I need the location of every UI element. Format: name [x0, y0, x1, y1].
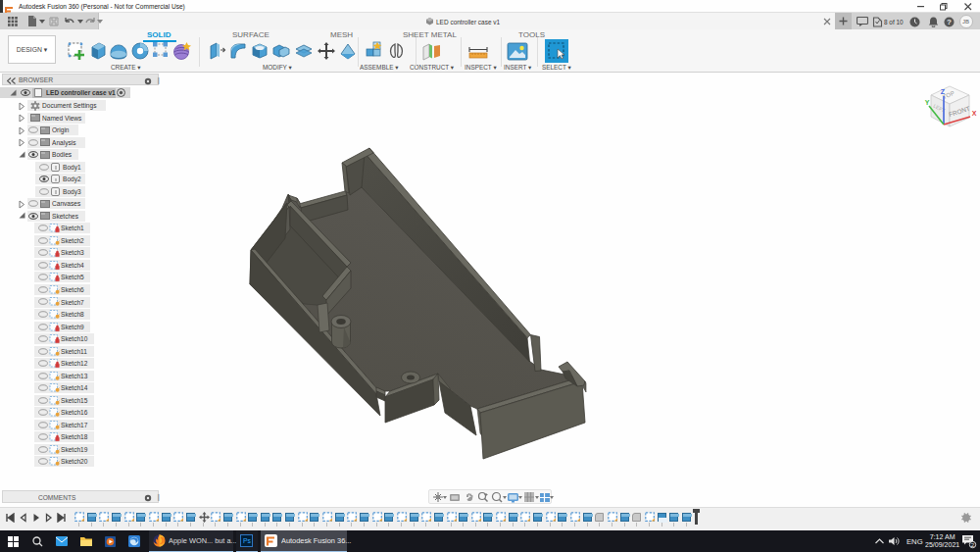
- svg-text:X: X: [972, 110, 977, 117]
- svg-text:?: ?: [947, 18, 952, 26]
- svg-text:Z: Z: [941, 88, 946, 95]
- svg-text:Y: Y: [925, 99, 930, 106]
